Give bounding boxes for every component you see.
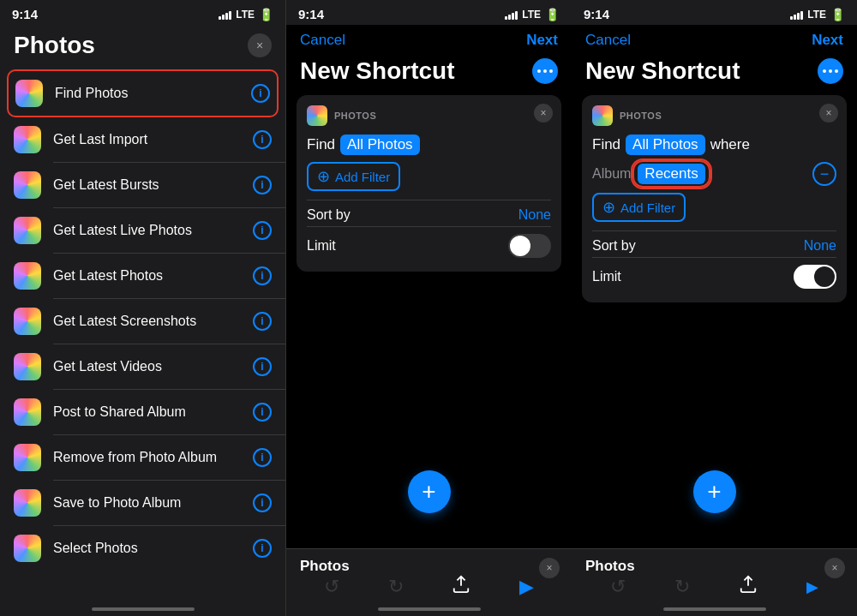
limit-label-3: Limit <box>592 269 621 284</box>
nav-bar-3: Cancel Next <box>572 25 857 54</box>
back-button-3[interactable]: ↺ <box>610 576 626 598</box>
select-photos-label: Select Photos <box>53 541 241 556</box>
add-filter-button-3[interactable]: ⊕ Add Filter <box>592 193 686 222</box>
remove-from-photo-album-info[interactable]: i <box>253 448 272 467</box>
next-button-3[interactable]: Next <box>812 32 843 49</box>
get-latest-screenshots-label: Get Latest Screenshots <box>53 314 241 329</box>
photos-list-header: Photos × <box>0 25 285 69</box>
list-item-save-to-photo-album[interactable]: Save to Photo Album i <box>0 481 285 525</box>
card-app-label-3: PHOTOS <box>620 111 662 121</box>
find-photos-info[interactable]: i <box>251 84 270 103</box>
save-to-photo-album-info[interactable]: i <box>253 493 272 512</box>
battery-icon-2: 🔋 <box>545 8 560 21</box>
limit-row-2: Limit <box>307 226 551 261</box>
bottom-bar-close-3[interactable]: × <box>824 558 845 578</box>
shortcut-card-3: PHOTOS × Find All Photos where Album Rec… <box>582 95 847 302</box>
remove-from-photo-album-icon <box>14 444 41 471</box>
bottom-photos-bar-3: Photos × ↺ ↻ ▶ <box>572 548 857 616</box>
status-icons-1: LTE 🔋 <box>219 8 273 21</box>
share-button-3[interactable] <box>739 575 758 599</box>
status-bar-3: 9:14 LTE 🔋 <box>572 0 857 25</box>
card-app-label-2: PHOTOS <box>334 111 376 121</box>
get-latest-live-photos-label: Get Latest Live Photos <box>53 223 241 238</box>
forward-button-3[interactable]: ↻ <box>674 576 690 598</box>
where-label-3: where <box>710 136 750 153</box>
get-latest-photos-info[interactable]: i <box>253 266 272 285</box>
find-photos-label: Find Photos <box>55 86 239 101</box>
home-indicator-1 <box>92 607 195 611</box>
list-item-remove-from-photo-album[interactable]: Remove from Photo Album i <box>0 435 285 480</box>
all-photos-pill-3[interactable]: All Photos <box>626 135 705 155</box>
panel-new-shortcut-1: 9:14 LTE 🔋 Cancel Next New Shortcut <box>286 0 572 616</box>
bottom-photos-bar-2: Photos × ↺ ↻ ▶ <box>286 548 572 616</box>
status-bar-1: 9:14 LTE 🔋 <box>0 0 285 25</box>
card-header-2: PHOTOS <box>307 105 551 126</box>
list-item-get-latest-videos[interactable]: Get Latest Videos i <box>0 344 285 389</box>
find-label-3: Find <box>592 136 620 153</box>
sort-by-value-2[interactable]: None <box>518 207 551 223</box>
get-latest-videos-info[interactable]: i <box>253 357 272 376</box>
list-item-get-latest-photos[interactable]: Get Latest Photos i <box>0 254 285 298</box>
sort-row-3: Sort by None <box>592 230 836 257</box>
forward-button-2[interactable]: ↻ <box>388 576 404 598</box>
fab-add-action-3[interactable]: + <box>693 470 736 513</box>
all-photos-pill-2[interactable]: All Photos <box>340 135 420 155</box>
get-last-import-label: Get Last Import <box>53 132 241 147</box>
play-button-3[interactable]: ▶ <box>806 577 818 596</box>
list-item-select-photos[interactable]: Select Photos i <box>0 526 285 571</box>
post-to-shared-album-info[interactable]: i <box>253 403 272 422</box>
list-item-get-latest-live-photos[interactable]: Get Latest Live Photos i <box>0 208 285 253</box>
card-close-3[interactable]: × <box>819 104 838 123</box>
card-close-2[interactable]: × <box>534 104 553 123</box>
get-latest-live-photos-info[interactable]: i <box>253 221 272 240</box>
toggle-knob-3 <box>814 266 835 287</box>
limit-toggle-3[interactable] <box>794 265 836 289</box>
back-button-2[interactable]: ↺ <box>324 576 339 598</box>
shortcut-card-2: PHOTOS × Find All Photos ⊕ Add Filter So… <box>297 95 561 272</box>
three-dots-button-2[interactable] <box>532 58 558 84</box>
fab-add-action-2[interactable]: + <box>408 470 451 513</box>
next-button-2[interactable]: Next <box>526 32 558 49</box>
get-latest-live-photos-icon <box>14 217 41 244</box>
save-to-photo-album-label: Save to Photo Album <box>53 495 241 511</box>
signal-icon-1 <box>219 9 231 20</box>
close-button[interactable]: × <box>248 33 272 57</box>
panel-photos-list: 9:14 LTE 🔋 Photos × Find Photos i Get La… <box>0 0 286 616</box>
list-item-find-photos[interactable]: Find Photos i <box>7 69 279 117</box>
list-item-post-to-shared-album[interactable]: Post to Shared Album i <box>0 390 285 434</box>
playback-controls-2: ↺ ↻ ▶ <box>300 575 558 599</box>
play-button-2[interactable]: ▶ <box>519 576 534 598</box>
status-icons-2: LTE 🔋 <box>505 8 560 21</box>
find-label-2: Find <box>307 136 335 153</box>
select-photos-info[interactable]: i <box>253 539 272 558</box>
get-latest-videos-label: Get Latest Videos <box>53 359 241 374</box>
bottom-bar-close-2[interactable]: × <box>539 558 560 578</box>
get-last-import-info[interactable]: i <box>253 130 272 149</box>
get-latest-photos-icon <box>14 262 41 290</box>
remove-filter-button-3[interactable]: − <box>812 162 836 186</box>
sort-by-label-2: Sort by <box>307 207 351 223</box>
three-dots-button-3[interactable] <box>818 58 843 84</box>
list-item-get-latest-screenshots[interactable]: Get Latest Screenshots i <box>0 299 285 344</box>
status-bar-2: 9:14 LTE 🔋 <box>286 0 572 25</box>
post-to-shared-album-label: Post to Shared Album <box>53 404 241 420</box>
recents-pill-3[interactable]: Recents <box>638 164 704 184</box>
cancel-button-3[interactable]: Cancel <box>585 32 631 49</box>
list-item-get-latest-bursts[interactable]: Get Latest Bursts i <box>0 163 285 207</box>
sort-by-value-3[interactable]: None <box>804 238 836 254</box>
get-latest-photos-label: Get Latest Photos <box>53 268 241 284</box>
remove-from-photo-album-label: Remove from Photo Album <box>53 450 241 465</box>
limit-toggle-2[interactable] <box>508 234 551 258</box>
network-type-1: LTE <box>236 9 255 21</box>
cancel-button-2[interactable]: Cancel <box>300 32 345 49</box>
add-filter-button-2[interactable]: ⊕ Add Filter <box>307 162 400 191</box>
share-button-2[interactable] <box>452 575 470 599</box>
bottom-bar-title-2: Photos <box>300 558 350 574</box>
list-item-get-last-import[interactable]: Get Last Import i <box>0 117 285 162</box>
get-latest-screenshots-info[interactable]: i <box>253 312 272 331</box>
get-latest-bursts-info[interactable]: i <box>253 176 272 194</box>
get-latest-bursts-label: Get Latest Bursts <box>53 177 241 193</box>
home-indicator-3 <box>663 607 766 611</box>
select-photos-icon <box>14 535 41 562</box>
network-type-3: LTE <box>807 9 826 21</box>
